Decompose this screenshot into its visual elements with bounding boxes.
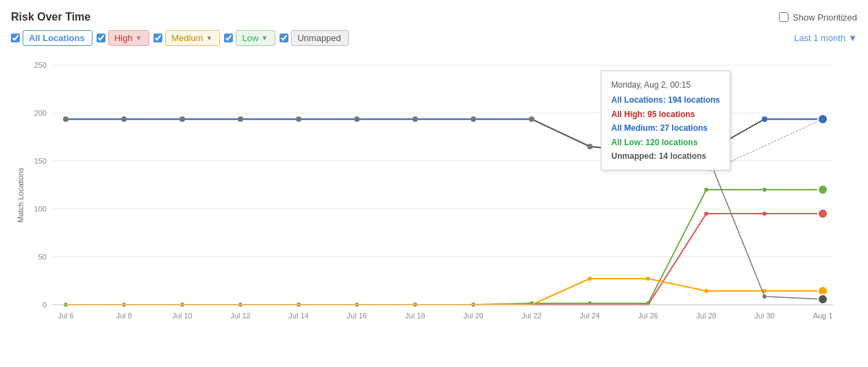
svg-point-52 (818, 185, 828, 194)
svg-point-51 (762, 188, 767, 192)
svg-point-33 (529, 116, 534, 122)
svg-point-35 (645, 149, 651, 155)
filter-low[interactable]: Low ▼ (224, 30, 275, 46)
svg-point-50 (704, 188, 708, 192)
svg-text:150: 150 (34, 157, 47, 165)
medium-dropdown-arrow: ▼ (206, 34, 213, 42)
svg-text:Jul 18: Jul 18 (405, 312, 425, 320)
svg-point-58 (704, 289, 708, 293)
date-range-arrow: ▼ (848, 33, 857, 43)
filter-medium-checkbox[interactable] (153, 34, 162, 42)
filter-all-locations-label[interactable]: All Locations (23, 30, 92, 46)
svg-text:Jul 30: Jul 30 (754, 312, 774, 320)
all-locations-line (66, 119, 823, 152)
svg-text:Jul 6: Jul 6 (58, 312, 73, 320)
high-dropdown-arrow: ▼ (135, 34, 142, 42)
filter-unmapped-checkbox[interactable] (280, 34, 288, 42)
filter-all-locations-checkbox[interactable] (11, 34, 20, 42)
svg-point-26 (121, 116, 127, 122)
svg-point-55 (818, 209, 828, 218)
svg-text:Jul 10: Jul 10 (172, 312, 192, 320)
svg-point-57 (646, 277, 650, 281)
svg-text:Jul 24: Jul 24 (580, 312, 599, 320)
show-prioritized-control[interactable]: Show Prioritized (779, 12, 857, 23)
svg-text:250: 250 (34, 61, 47, 69)
svg-text:Jul 26: Jul 26 (638, 312, 658, 320)
svg-point-30 (354, 116, 360, 122)
svg-text:Jul 8: Jul 8 (116, 312, 132, 320)
filter-low-checkbox[interactable] (224, 34, 233, 42)
svg-text:100: 100 (34, 205, 47, 213)
svg-point-34 (587, 144, 593, 149)
svg-point-29 (296, 116, 301, 122)
svg-point-28 (238, 116, 243, 122)
header-row: Risk Over Time Show Prioritized (11, 11, 857, 23)
low-dropdown-arrow: ▼ (261, 34, 268, 42)
svg-point-53 (704, 212, 708, 216)
gray-drop-line (706, 152, 823, 299)
filter-low-label[interactable]: Low ▼ (236, 30, 275, 46)
filter-high-checkbox[interactable] (97, 34, 106, 42)
svg-point-32 (471, 116, 476, 122)
svg-point-31 (412, 116, 418, 122)
page-title: Risk Over Time (11, 11, 90, 23)
svg-text:Jul 16: Jul 16 (347, 312, 367, 320)
date-range-selector[interactable]: Last 1 month ▼ (794, 33, 857, 43)
show-prioritized-label: Show Prioritized (793, 12, 857, 23)
filter-medium-label[interactable]: Medium ▼ (165, 30, 220, 46)
chart-svg: Match Locations 250 200 150 100 50 0 Jul… (11, 51, 847, 332)
filter-high[interactable]: High ▼ (97, 30, 150, 46)
svg-text:50: 50 (38, 253, 47, 261)
tooltip-line (710, 119, 823, 171)
chart-area: Monday, Aug 2, 00:15 All Locations: 194 … (11, 51, 857, 334)
filter-high-label[interactable]: High ▼ (108, 30, 150, 46)
svg-point-37 (762, 116, 767, 122)
svg-text:Jul 14: Jul 14 (288, 312, 308, 320)
filter-all-locations[interactable]: All Locations (11, 30, 92, 46)
filter-medium[interactable]: Medium ▼ (153, 30, 220, 46)
svg-text:Jul 20: Jul 20 (463, 312, 483, 320)
date-range-label: Last 1 month (794, 33, 845, 43)
svg-point-27 (179, 116, 185, 122)
svg-text:Aug 1: Aug 1 (813, 312, 833, 320)
filters-row: All Locations High ▼ Medium ▼ Low ▼ (11, 30, 857, 46)
filter-unmapped-label[interactable]: Unmapped (291, 30, 349, 46)
y-axis-label: Match Locations (16, 167, 25, 223)
low-line (66, 190, 823, 305)
svg-point-62 (818, 294, 828, 304)
svg-text:Jul 22: Jul 22 (521, 312, 541, 320)
svg-text:Jul 28: Jul 28 (696, 312, 716, 320)
svg-point-54 (762, 212, 767, 216)
svg-point-56 (588, 277, 592, 281)
show-prioritized-checkbox[interactable] (779, 12, 789, 22)
unmapped-line (66, 279, 823, 305)
all-loc-dot (63, 116, 69, 122)
svg-text:0: 0 (42, 301, 47, 309)
svg-text:Jul 12: Jul 12 (230, 312, 250, 320)
filter-unmapped[interactable]: Unmapped (280, 30, 349, 46)
svg-point-61 (762, 294, 767, 299)
svg-text:200: 200 (34, 109, 47, 117)
